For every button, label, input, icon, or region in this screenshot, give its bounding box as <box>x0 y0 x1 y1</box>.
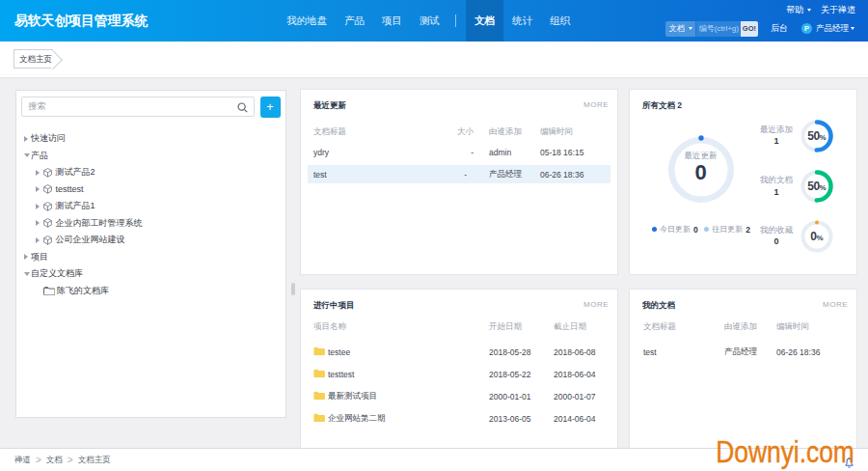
help-menu[interactable]: 帮助 <box>786 4 811 16</box>
admin-link[interactable]: 后台 <box>771 22 788 35</box>
tree-item-label: 自定义文档库 <box>31 267 83 280</box>
project-name[interactable]: testee <box>328 347 350 357</box>
chevron-down-icon <box>851 27 854 30</box>
project-row[interactable]: 企业网站第二期2013-06-052014-06-04 <box>301 408 617 430</box>
scrollbar-thumb[interactable] <box>291 283 295 295</box>
doc-row[interactable]: test产品经理06-26 18:36 <box>630 342 856 364</box>
card-my-docs: 我的文档 MORE 文档标题由谁添加编辑时间 test产品经理06-26 18:… <box>629 289 857 448</box>
caret-down-icon[interactable] <box>24 153 31 157</box>
project-row[interactable]: 最新测试项目2000-01-012000-01-07 <box>301 386 617 408</box>
project-name[interactable]: 企业网站第二期 <box>328 413 386 425</box>
caret-right-icon[interactable] <box>36 220 42 226</box>
folder-icon <box>313 391 325 402</box>
doc-time: 06-26 18:36 <box>540 170 583 180</box>
nav-item-4[interactable]: 测试 <box>411 0 448 42</box>
caret-right-icon[interactable] <box>24 254 31 260</box>
avatar[interactable]: P <box>801 23 812 34</box>
breadcrumb-item: 文档主页 <box>78 455 111 466</box>
table-body: test产品经理06-26 18:36 <box>630 342 856 364</box>
tab-doc-home[interactable]: 文档主页 <box>14 49 53 69</box>
product-icon <box>43 218 52 228</box>
project-row[interactable]: testtest2018-05-222018-06-04 <box>301 364 617 386</box>
tree-item[interactable]: 企业内部工时管理系统 <box>16 215 285 233</box>
nav-item-7[interactable]: 组织 <box>541 0 579 42</box>
caret-down-icon[interactable] <box>24 272 31 276</box>
caret-right-icon[interactable] <box>24 136 31 142</box>
chevron-down-icon <box>807 9 811 12</box>
project-row[interactable]: testee2018-05-282018-06-08 <box>301 342 617 364</box>
product-icon <box>43 236 52 245</box>
stat-2: 我的文档150% <box>628 169 856 204</box>
nav-item-3[interactable]: 项目 <box>373 0 411 42</box>
header-utility-row: 帮助 关于禅道 <box>786 5 855 16</box>
caret-right-icon[interactable] <box>36 204 42 209</box>
card-title: 所有文档 2 <box>642 100 682 112</box>
doc-tree: 快速访问产品测试产品2testtest测试产品1企业内部工时管理系统公司企业网站… <box>16 130 285 299</box>
tree-item-label: 企业内部工时管理系统 <box>56 217 143 230</box>
doc-library-sidebar: 搜索 + 快速访问产品测试产品2testtest测试产品1企业内部工时管理系统公… <box>15 90 286 418</box>
stat-ring: 0% <box>800 219 834 254</box>
caret-right-icon[interactable] <box>36 237 42 243</box>
tree-item[interactable]: 项目 <box>16 249 285 266</box>
tree-item-label: 公司企业网站建设 <box>56 234 125 246</box>
folder-icon <box>313 369 325 379</box>
tree-item[interactable]: 快速访问 <box>16 130 285 148</box>
tab-bar: 文档主页 <box>0 42 868 78</box>
tree-item[interactable]: 产品 <box>16 148 285 165</box>
card-title: 我的文档 <box>642 300 675 312</box>
caret-right-icon[interactable] <box>36 170 42 176</box>
add-library-button[interactable]: + <box>260 97 281 118</box>
doc-author: 产品经理 <box>724 346 757 358</box>
doc-title[interactable]: test <box>643 347 657 357</box>
more-link[interactable]: MORE <box>823 300 848 309</box>
nav-item-1[interactable]: 我的地盘 <box>278 0 336 42</box>
folder-icon <box>313 413 325 424</box>
column-header: 由谁添加 <box>489 124 522 139</box>
tree-item[interactable]: 测试产品1 <box>16 198 285 215</box>
column-header: 大小 <box>457 124 474 139</box>
top-navbar: 易软天创项目管理系统 我的地盘产品项目测试文档统计组织 帮助 关于禅道 文档 编… <box>0 0 868 42</box>
tree-item[interactable]: 测试产品2 <box>16 164 285 181</box>
stat-percent: 50 <box>807 129 819 143</box>
tree-item[interactable]: 公司企业网站建设 <box>16 232 285 249</box>
tree-item[interactable]: 自定义文档库 <box>16 265 285 283</box>
go-button[interactable]: GO! <box>741 21 758 37</box>
caret-right-icon[interactable] <box>36 186 42 192</box>
breadcrumb-item[interactable]: 文档 <box>46 455 63 466</box>
search-input[interactable]: 搜索 <box>21 97 255 117</box>
breadcrumb-item[interactable]: 禅道 <box>14 455 31 466</box>
doc-row[interactable]: ydry-admin05-18 16:15 <box>301 142 617 163</box>
nav-item-6[interactable]: 统计 <box>503 0 541 42</box>
app-title: 易软天创项目管理系统 <box>14 0 148 42</box>
search-module-dropdown[interactable]: 文档 <box>665 21 695 37</box>
more-link[interactable]: MORE <box>583 100 609 109</box>
tree-item-label: 项目 <box>31 251 48 263</box>
nav-item-2[interactable]: 产品 <box>336 0 373 42</box>
tree-item-label: testtest <box>56 184 84 194</box>
doc-title[interactable]: ydry <box>313 148 329 157</box>
user-menu[interactable]: 产品经理 <box>816 23 849 35</box>
tree-item[interactable]: 陈飞的文档库 <box>16 283 285 300</box>
plus-icon: + <box>266 100 273 114</box>
more-link[interactable]: MORE <box>583 300 609 309</box>
product-icon <box>43 168 52 178</box>
doc-size: - <box>464 170 467 180</box>
quick-search-group: 文档 编号(ctrl+g) GO! <box>665 21 758 37</box>
nav-item-5[interactable]: 文档 <box>466 0 503 42</box>
tree-item-label: 陈飞的文档库 <box>57 285 109 297</box>
project-start: 2013-06-05 <box>489 414 530 424</box>
about-link[interactable]: 关于禅道 <box>821 4 855 16</box>
doc-title[interactable]: test <box>313 170 327 180</box>
breadcrumb: 禅道>文档>文档主页 <box>14 449 111 471</box>
card-title: 最近更新 <box>313 100 346 112</box>
breadcrumb-separator: > <box>68 455 73 465</box>
folder-icon <box>313 346 325 357</box>
doc-row[interactable]: test-产品经理06-26 18:36 <box>308 163 610 184</box>
tree-item[interactable]: testtest <box>16 181 285 199</box>
quick-search-input[interactable]: 编号(ctrl+g) <box>695 21 741 37</box>
stat-label: 我的文档 <box>749 175 803 185</box>
project-name[interactable]: 最新测试项目 <box>328 391 377 402</box>
table-header: 文档标题大小由谁添加编辑时间 <box>301 124 617 139</box>
column-header: 项目名称 <box>313 319 346 334</box>
project-name[interactable]: testtest <box>328 370 354 379</box>
